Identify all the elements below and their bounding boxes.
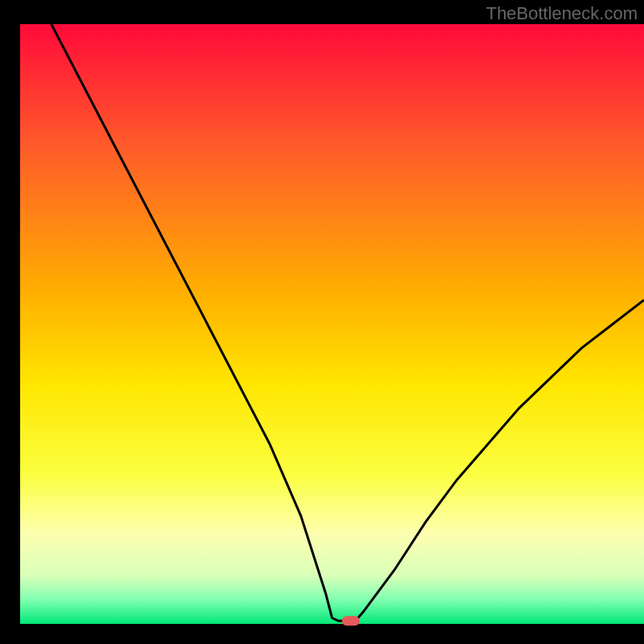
watermark-text: TheBottleneck.com bbox=[486, 3, 638, 24]
chart-svg bbox=[0, 0, 644, 644]
plot-area bbox=[20, 24, 644, 624]
bottleneck-chart: TheBottleneck.com bbox=[0, 0, 644, 644]
optimal-point-marker bbox=[342, 616, 360, 625]
